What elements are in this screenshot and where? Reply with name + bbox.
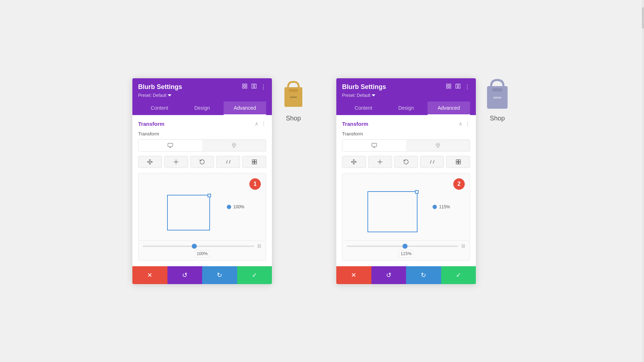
svg-rect-20 bbox=[458, 84, 460, 88]
svg-rect-4 bbox=[252, 84, 254, 88]
panel2-preset[interactable]: Preset: Default bbox=[342, 93, 470, 98]
panel2-more-icon[interactable]: ⋮ bbox=[464, 84, 470, 90]
svg-rect-28 bbox=[492, 88, 502, 91]
panel2-save-button[interactable]: ✓ bbox=[441, 266, 476, 284]
panel2-move-tool[interactable] bbox=[342, 156, 366, 168]
panel2-rotate-tool[interactable] bbox=[394, 156, 418, 168]
panel1-undo-button[interactable]: ↺ bbox=[167, 266, 203, 284]
svg-rect-2 bbox=[243, 86, 244, 88]
panel1-tab-content[interactable]: Content bbox=[138, 101, 181, 115]
panel1-section-more-icon[interactable]: ⋮ bbox=[261, 121, 266, 127]
panel1-more-icon[interactable]: ⋮ bbox=[260, 84, 266, 90]
panel2-scale-tool[interactable] bbox=[368, 156, 392, 168]
panel1-tabs: Content Design Advanced bbox=[138, 101, 266, 115]
svg-rect-1 bbox=[245, 84, 247, 86]
panel2-wrapper: Blurb Settings ⋮ Preset: Default Content bbox=[336, 78, 512, 284]
panel1-transform-tools bbox=[138, 156, 266, 168]
panel1-scale-tool[interactable] bbox=[164, 156, 188, 168]
panel2-cancel-button[interactable]: ✕ bbox=[336, 266, 371, 284]
panel1-body: Transform ∧ ⋮ Transform bbox=[132, 115, 272, 266]
panel2-desktop-view-btn[interactable] bbox=[342, 140, 406, 151]
panel2-h-thumb[interactable] bbox=[433, 205, 437, 209]
svg-rect-9 bbox=[254, 160, 256, 162]
panel1-columns-icon[interactable] bbox=[251, 83, 257, 90]
panel2-scale-box bbox=[367, 191, 418, 232]
panel2-redo-button[interactable]: ↻ bbox=[406, 266, 441, 284]
svg-rect-15 bbox=[447, 84, 448, 86]
panel1-slider-track[interactable] bbox=[143, 246, 254, 247]
panel1-slider-container: ⛓ 100% bbox=[138, 241, 266, 261]
panel2-section-more-icon[interactable]: ⋮ bbox=[465, 121, 470, 127]
panel1-preset[interactable]: Preset: Default bbox=[138, 93, 266, 98]
panel2-transform-label: Transform bbox=[342, 131, 470, 137]
panel2-h-value: 115% bbox=[439, 204, 450, 209]
panel2-tab-content[interactable]: Content bbox=[342, 101, 385, 115]
panel1-h-slider-row: 100% bbox=[227, 204, 244, 209]
svg-rect-17 bbox=[447, 86, 448, 88]
panel1-desktop-view-btn[interactable] bbox=[138, 140, 202, 151]
panel2-section-header: Transform ∧ ⋮ bbox=[342, 121, 470, 127]
panel2-title: Blurb Settings bbox=[342, 83, 386, 91]
panel1-transform-label: Transform bbox=[138, 131, 266, 137]
panel2-slider-thumb[interactable] bbox=[402, 244, 408, 249]
svg-rect-0 bbox=[243, 84, 244, 86]
panel2-tab-design[interactable]: Design bbox=[385, 101, 427, 115]
panel2-section-icons: ∧ ⋮ bbox=[459, 121, 470, 127]
panel1-slider-row: ⛓ bbox=[143, 244, 262, 249]
panel2-columns-icon[interactable] bbox=[455, 83, 461, 90]
panel1-tab-design[interactable]: Design bbox=[181, 101, 223, 115]
panel1-h-thumb[interactable] bbox=[227, 205, 231, 209]
panel2-chain-icon[interactable]: ⛓ bbox=[461, 244, 465, 249]
panel1-redo-button[interactable]: ↻ bbox=[202, 266, 237, 284]
panel2-collapse-icon[interactable]: ∧ bbox=[459, 121, 462, 127]
panel2-header-icons: ⋮ bbox=[446, 83, 470, 90]
panel1-cancel-button[interactable]: ✕ bbox=[132, 266, 167, 284]
panel1-rotate-tool[interactable] bbox=[190, 156, 214, 168]
panel2: Blurb Settings ⋮ Preset: Default Content bbox=[336, 78, 476, 284]
svg-rect-26 bbox=[458, 162, 460, 164]
panel1-skew-tool[interactable] bbox=[216, 156, 240, 168]
panel1-slider-thumb[interactable] bbox=[192, 244, 197, 249]
panel2-skew-tool[interactable] bbox=[420, 156, 444, 168]
svg-rect-8 bbox=[252, 160, 254, 162]
panel1-save-button[interactable]: ✓ bbox=[237, 266, 272, 284]
panel2-header: Blurb Settings ⋮ Preset: Default Content bbox=[336, 78, 476, 115]
panel1-footer: ✕ ↺ ↻ ✓ bbox=[132, 266, 272, 284]
svg-rect-10 bbox=[252, 162, 254, 164]
panel2-undo-button[interactable]: ↺ bbox=[371, 266, 406, 284]
svg-rect-23 bbox=[456, 160, 458, 162]
panel1-collapse-icon[interactable]: ∧ bbox=[255, 121, 258, 127]
panel1-section-icons: ∧ ⋮ bbox=[255, 121, 266, 127]
svg-rect-16 bbox=[449, 84, 451, 86]
panel1-shop-preview: Shop bbox=[279, 78, 308, 122]
svg-rect-6 bbox=[168, 143, 172, 147]
panel2-slider-value: 115% bbox=[399, 250, 414, 257]
svg-rect-21 bbox=[372, 143, 376, 147]
svg-rect-3 bbox=[245, 86, 247, 88]
panel1-view-toggle bbox=[138, 139, 266, 152]
svg-rect-29 bbox=[493, 96, 502, 98]
panel2-section-title: Transform bbox=[342, 121, 368, 127]
panel2-shop-text: Shop bbox=[490, 115, 505, 122]
panel2-hover-view-btn[interactable] bbox=[406, 140, 470, 151]
panel1-tab-advanced[interactable]: Advanced bbox=[224, 101, 266, 115]
panel2-tab-advanced[interactable]: Advanced bbox=[428, 101, 470, 115]
panel1-hover-view-btn[interactable] bbox=[202, 140, 266, 151]
panel1-origin-tool[interactable] bbox=[242, 156, 266, 168]
panel1-move-tool[interactable] bbox=[138, 156, 162, 168]
panel2-slider-track[interactable] bbox=[347, 246, 458, 247]
panel1-chain-icon[interactable]: ⛓ bbox=[257, 244, 262, 249]
panel1-expand-icon[interactable] bbox=[242, 83, 248, 90]
panel1-scale-handle bbox=[208, 194, 211, 197]
panel1-header-top: Blurb Settings ⋮ bbox=[138, 83, 266, 91]
panel2-tabs: Content Design Advanced bbox=[342, 101, 470, 115]
panel1-slider-value: 100% bbox=[195, 250, 210, 257]
panel2-header-top: Blurb Settings ⋮ bbox=[342, 83, 470, 91]
panel1-badge: 1 bbox=[249, 178, 261, 190]
svg-point-22 bbox=[438, 144, 439, 145]
panel1-canvas: 1 100% bbox=[138, 173, 266, 241]
panel2-origin-tool[interactable] bbox=[446, 156, 470, 168]
panel1-wrapper: Blurb Settings ⋮ Preset: Default Content bbox=[132, 78, 308, 284]
panel2-expand-icon[interactable] bbox=[446, 83, 452, 90]
svg-rect-18 bbox=[449, 86, 451, 88]
